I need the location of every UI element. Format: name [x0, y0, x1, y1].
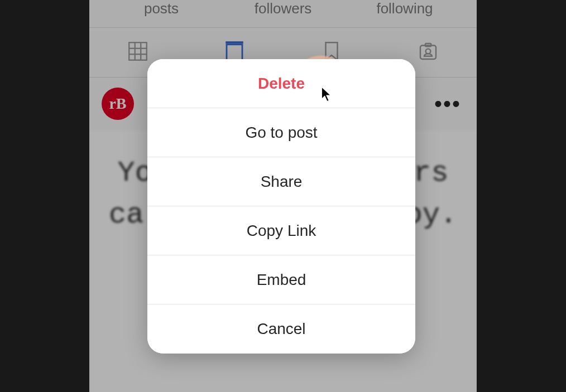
go-to-post-button[interactable]: Go to post — [147, 108, 415, 157]
embed-button[interactable]: Embed — [147, 255, 415, 304]
delete-button[interactable]: Delete — [147, 59, 415, 108]
copy-link-button[interactable]: Copy Link — [147, 206, 415, 255]
cancel-label: Cancel — [257, 320, 305, 338]
copy-link-label: Copy Link — [247, 222, 316, 240]
delete-label: Delete — [258, 75, 305, 93]
cancel-button[interactable]: Cancel — [147, 304, 415, 354]
go-to-post-label: Go to post — [245, 124, 317, 142]
share-label: Share — [261, 173, 303, 191]
embed-label: Embed — [257, 271, 306, 289]
action-sheet: Delete Go to post Share Copy Link Embed … — [147, 59, 415, 354]
share-button[interactable]: Share — [147, 157, 415, 206]
